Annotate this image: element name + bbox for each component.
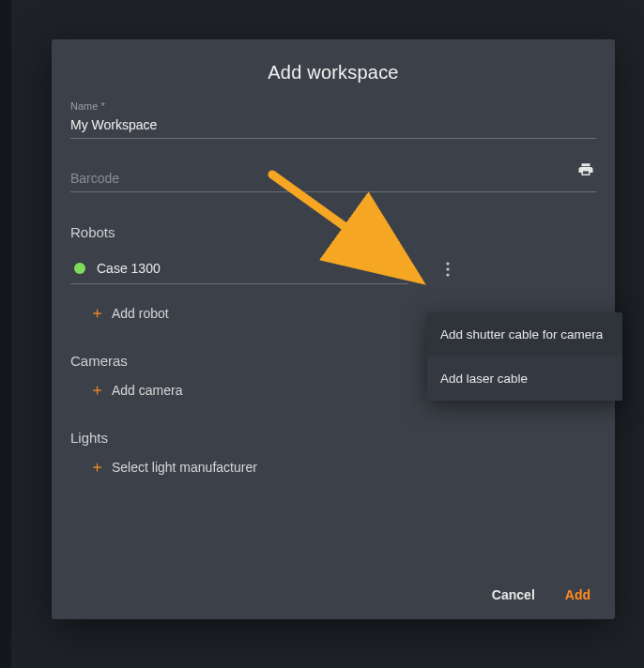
cancel-button[interactable]: Cancel: [492, 587, 535, 602]
dialog-title: Add workspace: [52, 39, 615, 100]
name-label: Name *: [70, 100, 596, 112]
add-robot-label: Add robot: [112, 306, 169, 321]
select-light-label: Select light manufacturer: [112, 460, 257, 475]
svg-point-0: [446, 262, 449, 265]
name-input[interactable]: [70, 112, 596, 139]
menu-item-add-laser-cable[interactable]: Add laser cable: [427, 357, 622, 401]
add-button[interactable]: Add: [565, 587, 590, 602]
dialog-actions: Cancel Add: [492, 587, 590, 602]
lights-section-title: Lights: [70, 430, 596, 446]
robot-select[interactable]: Case 1300 ▼: [70, 253, 408, 284]
barcode-input[interactable]: [70, 165, 596, 192]
robot-context-menu: Add shutter cable for camera Add laser c…: [427, 312, 622, 401]
robot-more-menu-button[interactable]: [437, 258, 459, 281]
menu-item-add-shutter-cable[interactable]: Add shutter cable for camera: [427, 312, 622, 357]
svg-point-2: [446, 273, 449, 276]
robot-row: Case 1300 ▼: [70, 253, 596, 284]
name-field: Name *: [70, 100, 596, 139]
plus-icon: ＋: [87, 459, 106, 475]
robot-status-dot: [74, 263, 85, 274]
robot-name: Case 1300: [97, 261, 395, 276]
chevron-down-icon: ▼: [395, 264, 405, 274]
select-light-manufacturer-button[interactable]: ＋ Select light manufacturer: [87, 459, 596, 475]
barcode-field: [70, 165, 596, 192]
print-icon[interactable]: [577, 161, 594, 182]
svg-point-1: [446, 267, 449, 270]
plus-icon: ＋: [87, 305, 106, 321]
plus-icon: ＋: [87, 382, 106, 398]
robots-section-title: Robots: [70, 224, 596, 240]
add-camera-label: Add camera: [112, 383, 182, 398]
